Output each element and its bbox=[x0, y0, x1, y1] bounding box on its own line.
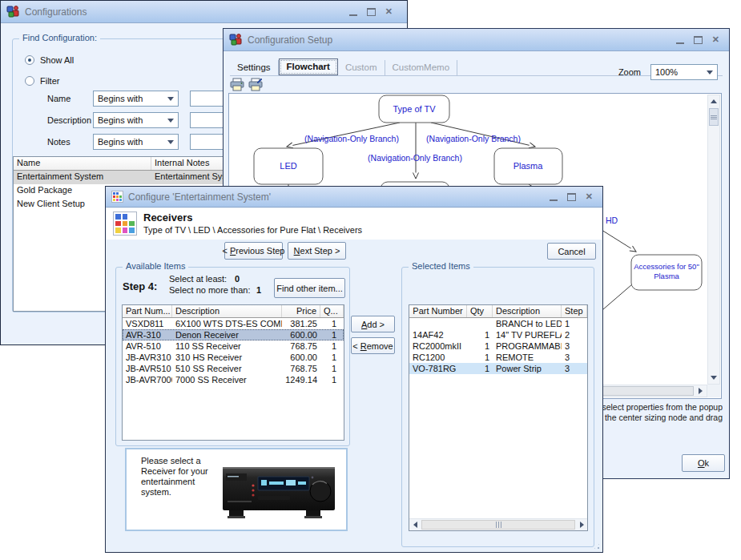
cell: 1 bbox=[320, 340, 340, 352]
label-part: N bbox=[294, 246, 300, 256]
step-number-label: Step 4: bbox=[123, 280, 157, 292]
column-header-price[interactable]: Price bbox=[282, 305, 320, 317]
add-button[interactable]: Add > bbox=[351, 316, 395, 332]
table-row[interactable]: AVR-510 110 SS Receiver 768.75 1 bbox=[123, 340, 344, 352]
scroll-right-icon[interactable] bbox=[576, 519, 587, 530]
next-step-button[interactable]: Next Step > bbox=[288, 242, 346, 260]
previous-step-button[interactable]: < Previous Step bbox=[224, 242, 283, 260]
scroll-up-icon[interactable] bbox=[708, 95, 719, 107]
vscroll-thumb[interactable] bbox=[709, 108, 719, 126]
node-led[interactable]: LED bbox=[254, 148, 323, 184]
node-type-of-tv[interactable]: Type of TV bbox=[379, 95, 449, 123]
breadcrumb: Type of TV \ LED \ Accessories for Pure … bbox=[143, 225, 362, 235]
table-row[interactable]: RC2000mkII 1 PROGRAMMABLE... 3 bbox=[409, 340, 587, 352]
node-accessories-50-plasma[interactable]: Accessories for 50" Plasma bbox=[631, 255, 702, 290]
app-icon bbox=[229, 34, 243, 46]
maximize-icon[interactable] bbox=[694, 36, 703, 44]
selected-items-hscrollbar[interactable] bbox=[409, 518, 587, 530]
close-icon[interactable]: ✕ bbox=[712, 35, 719, 44]
svg-text:Plasma: Plasma bbox=[513, 161, 544, 171]
remove-button[interactable]: < Remove bbox=[351, 337, 395, 354]
table-row[interactable]: JB-AVR7000 7000 SS Receiver 1249.14 1 bbox=[123, 374, 344, 385]
configurations-titlebar[interactable]: Configurations ✕ bbox=[1, 1, 407, 23]
node-plasma[interactable]: Plasma bbox=[494, 148, 562, 184]
minimize-icon[interactable] bbox=[676, 35, 684, 44]
cell: 1 bbox=[320, 352, 340, 363]
step-icon bbox=[113, 212, 137, 236]
cell: 1249.14 bbox=[282, 374, 320, 385]
notes-operator-combo[interactable]: Begins with bbox=[93, 134, 179, 150]
print-setup-icon[interactable] bbox=[248, 78, 263, 91]
chevron-down-icon bbox=[707, 71, 713, 75]
column-header-description[interactable]: Description bbox=[172, 305, 282, 317]
scrollbar-corner bbox=[707, 385, 720, 397]
cell: 768.75 bbox=[282, 363, 320, 374]
show-all-radio[interactable] bbox=[25, 55, 34, 65]
configure-app-icon bbox=[111, 191, 123, 203]
cell: 1 bbox=[320, 363, 340, 374]
zoom-value: 100% bbox=[655, 67, 678, 77]
ok-button[interactable]: Ok bbox=[682, 454, 725, 472]
filter-radio[interactable] bbox=[25, 76, 34, 86]
table-row[interactable]: RC1200 1 REMOTE 3 bbox=[409, 352, 587, 363]
table-row[interactable]: JB-AVR310 310 HS Receiver 600.00 1 bbox=[123, 352, 344, 363]
table-row[interactable]: 14AF42 1 14" TV PUREFLAT 2 bbox=[409, 329, 587, 340]
scroll-right-icon[interactable] bbox=[695, 385, 707, 397]
label-part: emove bbox=[367, 341, 393, 351]
cell: REMOTE bbox=[493, 352, 562, 363]
table-row[interactable]: VSXD811 6X100 WTS DTS-ES COMP ... 381.25… bbox=[123, 318, 344, 329]
cell: 110 SS Receiver bbox=[172, 340, 282, 352]
description-filter-label: Description bbox=[47, 115, 91, 125]
minimize-icon[interactable] bbox=[349, 7, 357, 16]
cell: 1 bbox=[320, 329, 340, 340]
cancel-button[interactable]: Cancel bbox=[547, 243, 596, 260]
label-part: < bbox=[352, 341, 360, 351]
select-no-more-label: Select no more than: bbox=[169, 285, 251, 295]
select-at-least-label: Select at least: bbox=[169, 274, 227, 284]
column-header-qty[interactable]: Q... bbox=[320, 305, 344, 317]
column-header-description[interactable]: Description bbox=[493, 305, 562, 317]
setup-titlebar[interactable]: Configuration Setup ✕ bbox=[224, 29, 729, 51]
label-part: ext Step > bbox=[300, 246, 340, 256]
maximize-icon[interactable] bbox=[567, 193, 576, 201]
cell: 1 bbox=[467, 329, 493, 340]
setup-tabstrip: Settings Flowchart Custom CustomMemo bbox=[230, 58, 723, 76]
name-operator-combo[interactable]: Begins with bbox=[93, 91, 179, 107]
cell: Power Strip bbox=[493, 363, 562, 374]
description-operator-combo[interactable]: Begins with bbox=[93, 112, 179, 128]
scroll-down-icon[interactable] bbox=[708, 372, 719, 384]
cell: AVR-310 bbox=[123, 329, 172, 340]
cell: 1 bbox=[320, 374, 340, 385]
table-row[interactable]: BRANCH to LED 1 bbox=[409, 318, 587, 329]
name-filter-label: Name bbox=[47, 94, 70, 103]
table-row[interactable]: VO-781RG 1 Power Strip 3 bbox=[409, 363, 587, 374]
column-header-name[interactable]: Name bbox=[14, 157, 151, 170]
configure-titlebar[interactable]: Configure 'Entertainment System' ✕ bbox=[106, 187, 602, 207]
tab-flowchart[interactable]: Flowchart bbox=[279, 58, 338, 75]
edge-label-hd: HD bbox=[606, 216, 618, 225]
scroll-left-icon[interactable] bbox=[409, 519, 421, 530]
cell: 1 bbox=[467, 363, 493, 374]
column-header-qty[interactable]: Qty bbox=[467, 305, 493, 317]
column-header-part-number[interactable]: Part Num... bbox=[123, 305, 172, 317]
cell: VO-781RG bbox=[409, 363, 467, 374]
close-icon[interactable]: ✕ bbox=[586, 192, 593, 201]
flowchart-vscrollbar[interactable] bbox=[707, 95, 720, 385]
maximize-icon[interactable] bbox=[367, 8, 376, 16]
close-icon[interactable]: ✕ bbox=[385, 7, 393, 16]
find-other-item-button[interactable]: Find other item... bbox=[274, 278, 345, 298]
hscroll-thumb[interactable] bbox=[421, 520, 575, 530]
column-header-part-number[interactable]: Part Number bbox=[409, 305, 467, 317]
cell: 1 bbox=[467, 352, 493, 363]
table-row[interactable]: JB-AVR510 510 SS Receiver 768.75 1 bbox=[123, 363, 344, 374]
column-header-step[interactable]: Step bbox=[562, 305, 587, 317]
zoom-combo[interactable]: 100% bbox=[650, 64, 718, 80]
print-icon[interactable] bbox=[230, 78, 244, 91]
table-row[interactable]: AVR-310 Denon Receiver 600.00 1 bbox=[123, 329, 344, 340]
available-items-table: Part Num... Description Price Q... VSXD8… bbox=[122, 304, 344, 441]
cell: 1 bbox=[467, 340, 493, 352]
cell: Denon Receiver bbox=[172, 329, 282, 340]
edge-label-right: (Navigation-Only Branch) bbox=[426, 134, 521, 143]
minimize-icon[interactable] bbox=[550, 192, 558, 201]
tab-settings[interactable]: Settings bbox=[230, 60, 279, 75]
